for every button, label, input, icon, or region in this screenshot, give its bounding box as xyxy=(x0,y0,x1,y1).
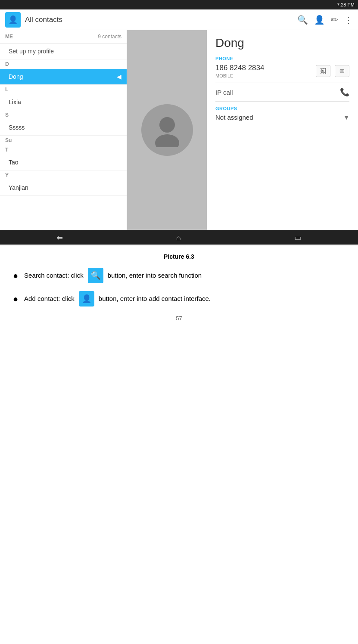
app-icon: 👤 xyxy=(5,12,21,28)
content-area: ME 9 contacts Set up my profile D Dong L… xyxy=(0,30,358,230)
status-bar: 7:28 PM xyxy=(0,0,358,9)
more-options-icon[interactable]: ⋮ xyxy=(344,15,353,25)
phone-row: 186 8248 2834 MOBILE 🖼 ✉ xyxy=(215,64,349,78)
me-section: ME 9 contacts xyxy=(0,30,127,43)
edit-icon[interactable]: ✏ xyxy=(331,15,338,25)
contacts-panel[interactable]: ME 9 contacts Set up my profile D Dong L… xyxy=(0,30,127,230)
search-inline-icon: 🔍 xyxy=(91,270,100,282)
phone-info: 186 8248 2834 MOBILE xyxy=(215,64,264,78)
me-label: ME xyxy=(5,34,13,40)
app-bar-title: All contacts xyxy=(25,15,293,24)
contact-item-dong[interactable]: Dong xyxy=(0,69,127,85)
phone-number: 186 8248 2834 xyxy=(215,64,264,72)
ip-call-label: IP call xyxy=(215,89,233,96)
ip-call-row: IP call 📞 xyxy=(215,87,349,97)
doc-body: Picture 6.3 ● Search contact: click 🔍 bu… xyxy=(0,245,358,339)
section-letter-t: T xyxy=(0,145,127,155)
phone-screenshot: 7:28 PM 👤 All contacts 🔍 👤 ✏ ⋮ ME 9 cont… xyxy=(0,0,358,245)
contact-item-lixia[interactable]: Lixia xyxy=(0,94,127,110)
detail-panel: Dong PHONE 186 8248 2834 MOBILE 🖼 ✉ xyxy=(207,30,358,230)
ip-call-icon[interactable]: 📞 xyxy=(340,87,349,97)
app-bar-actions: 🔍 👤 ✏ ⋮ xyxy=(297,15,353,25)
setup-profile[interactable]: Set up my profile xyxy=(0,43,127,59)
dropdown-icon[interactable]: ▼ xyxy=(343,114,349,121)
groups-section: GROUPS Not assigned ▼ xyxy=(215,106,349,121)
back-button[interactable]: ⬅ xyxy=(56,233,63,242)
contact-count: 9 contacts xyxy=(98,34,121,40)
bullet-1-text-after: button, enter into search function xyxy=(108,271,202,281)
add-contact-inline-icon: 👤 xyxy=(82,293,91,305)
contact-name: Dong xyxy=(215,36,349,50)
contact-item-tao[interactable]: Tao xyxy=(0,155,127,170)
contact-avatar xyxy=(141,104,193,156)
groups-section-header: GROUPS xyxy=(215,106,349,111)
avatar-panel xyxy=(127,30,207,230)
home-button[interactable]: ⌂ xyxy=(176,233,181,242)
caption: Picture 6.3 xyxy=(13,253,345,260)
section-letter-y: Y xyxy=(0,170,127,180)
recents-button[interactable]: ▭ xyxy=(294,233,302,242)
contacts-app-icon: 👤 xyxy=(8,15,18,25)
search-icon[interactable]: 🔍 xyxy=(297,15,308,25)
section-letter-d: D xyxy=(0,59,127,69)
contact-item-sssss[interactable]: Sssss xyxy=(0,120,127,136)
nav-bar: ⬅ ⌂ ▭ xyxy=(0,230,358,245)
phone-section-header: PHONE xyxy=(215,56,349,61)
bullet-2-text-after: button, enter into add contact interface… xyxy=(99,294,211,304)
bullet-item-1: ● Search contact: click 🔍 button, enter … xyxy=(13,268,345,283)
section-letter-s: S xyxy=(0,110,127,120)
save-icon: 🖼 xyxy=(320,68,326,74)
message-button[interactable]: ✉ xyxy=(335,65,349,77)
page-number: 57 xyxy=(13,315,345,322)
section-letter-su: Su xyxy=(0,136,127,145)
bullet-item-2: ● Add contact: click 👤 button, enter int… xyxy=(13,291,345,307)
status-icons: 7:28 PM xyxy=(337,2,355,7)
save-contact-button[interactable]: 🖼 xyxy=(316,65,330,77)
status-time: 7:28 PM xyxy=(337,2,355,7)
add-contact-icon[interactable]: 👤 xyxy=(314,15,325,25)
search-inline-button[interactable]: 🔍 xyxy=(88,268,103,283)
divider-2 xyxy=(215,101,349,102)
svg-point-0 xyxy=(159,117,175,133)
group-value: Not assigned xyxy=(215,114,253,121)
bullet-dot-1: ● xyxy=(13,269,18,282)
not-assigned-row: Not assigned ▼ xyxy=(215,114,349,121)
bullet-dot-2: ● xyxy=(13,292,18,305)
message-icon: ✉ xyxy=(339,68,345,74)
bullet-2-text-before: Add contact: click xyxy=(24,294,75,304)
avatar-silhouette-icon xyxy=(150,113,184,147)
bullet-1-text-before: Search contact: click xyxy=(24,271,84,281)
phone-actions: 🖼 ✉ xyxy=(316,65,349,77)
contact-item-yanjian[interactable]: Yanjian xyxy=(0,180,127,196)
phone-type: MOBILE xyxy=(215,73,264,78)
section-letter-l: L xyxy=(0,85,127,94)
divider-1 xyxy=(215,83,349,83)
app-bar: 👤 All contacts 🔍 👤 ✏ ⋮ xyxy=(0,9,358,30)
svg-point-1 xyxy=(155,134,179,147)
add-contact-inline-button[interactable]: 👤 xyxy=(79,291,94,307)
